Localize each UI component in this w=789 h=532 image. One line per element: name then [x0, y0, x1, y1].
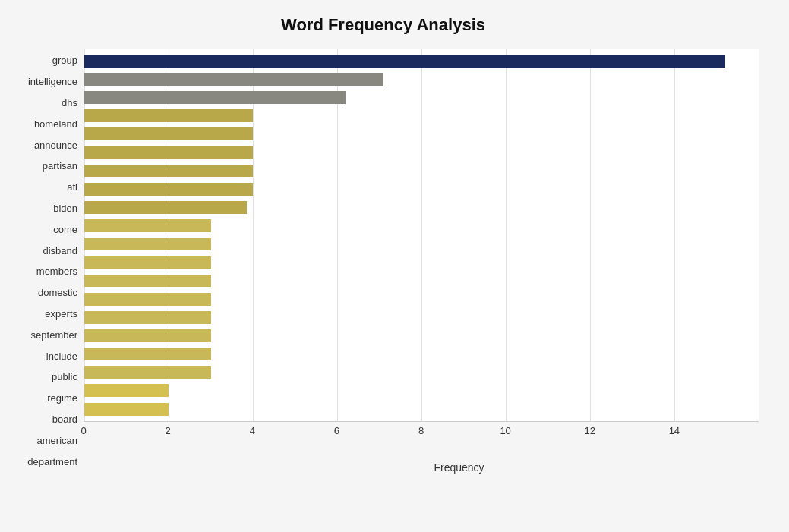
- bar-row-afl: [84, 162, 759, 180]
- chart-container: Word Frequency Analysis groupintelligenc…: [0, 0, 789, 532]
- x-tick-6: 6: [334, 425, 339, 436]
- x-tick-10: 10: [500, 425, 510, 436]
- bar-row-homeland: [84, 106, 759, 124]
- bar-row-department: [84, 400, 759, 418]
- bar-row-members: [84, 235, 759, 253]
- bar-partisan: [84, 146, 253, 159]
- y-label-come: come: [53, 225, 77, 235]
- y-label-september: september: [31, 330, 77, 340]
- y-label-experts: experts: [45, 309, 77, 319]
- bar-public: [84, 329, 211, 342]
- bar-row-board: [84, 364, 759, 382]
- y-label-include: include: [46, 351, 77, 361]
- y-label-board: board: [52, 414, 77, 424]
- bar-row-american: [84, 382, 759, 400]
- x-tick-0: 0: [80, 425, 86, 436]
- x-tick-14: 14: [669, 425, 680, 436]
- bar-row-dhs: [84, 88, 759, 106]
- bar-dhs: [84, 91, 346, 104]
- bar-group: [84, 55, 725, 68]
- x-axis-title: Frequency: [159, 461, 759, 474]
- plot-area: [84, 49, 759, 422]
- bar-row-include: [84, 308, 759, 326]
- x-tick-12: 12: [585, 425, 595, 436]
- y-label-department: department: [27, 457, 77, 467]
- bar-include: [84, 311, 211, 324]
- bar-american: [84, 384, 169, 397]
- bar-row-experts: [84, 272, 759, 290]
- bar-announce: [84, 127, 253, 140]
- bar-row-partisan: [84, 143, 759, 162]
- chart-title: Word Frequency Analysis: [8, 15, 759, 35]
- y-axis: groupintelligencedhshomelandannouncepart…: [8, 49, 84, 474]
- bar-row-come: [84, 198, 759, 216]
- bar-members: [84, 238, 211, 250]
- bar-row-announce: [84, 125, 759, 143]
- bar-intelligence: [84, 73, 383, 86]
- bar-board: [84, 366, 211, 379]
- bar-come: [84, 201, 247, 214]
- bar-regime: [84, 348, 211, 360]
- x-tick-8: 8: [418, 425, 424, 436]
- bar-row-regime: [84, 345, 759, 364]
- y-label-afl: afl: [67, 182, 77, 192]
- y-label-domestic: domestic: [38, 288, 77, 297]
- bar-row-domestic: [84, 253, 759, 272]
- y-label-announce: announce: [34, 140, 77, 150]
- y-label-group: group: [52, 55, 77, 65]
- y-label-members: members: [36, 266, 77, 276]
- bar-department: [84, 403, 169, 416]
- bar-row-group: [84, 52, 759, 70]
- bar-disband: [84, 219, 211, 232]
- bar-row-biden: [84, 180, 759, 198]
- bar-row-disband: [84, 216, 759, 235]
- bar-biden: [84, 183, 253, 196]
- bar-row-intelligence: [84, 70, 759, 88]
- bar-afl: [84, 165, 253, 178]
- bar-row-public: [84, 326, 759, 345]
- x-tick-2: 2: [166, 425, 171, 436]
- bar-september: [84, 293, 211, 306]
- x-tick-4: 4: [250, 425, 255, 436]
- bar-experts: [84, 275, 211, 288]
- bar-domestic: [84, 256, 211, 269]
- y-label-disband: disband: [43, 246, 77, 256]
- y-label-public: public: [52, 372, 77, 382]
- y-label-intelligence: intelligence: [28, 77, 77, 87]
- y-label-american: american: [37, 436, 77, 445]
- y-label-homeland: homeland: [34, 119, 77, 129]
- y-label-dhs: dhs: [62, 98, 77, 108]
- y-label-partisan: partisan: [43, 161, 77, 171]
- y-label-biden: biden: [53, 203, 77, 213]
- y-label-regime: regime: [47, 393, 77, 403]
- bar-row-september: [84, 290, 759, 308]
- bar-homeland: [84, 109, 253, 122]
